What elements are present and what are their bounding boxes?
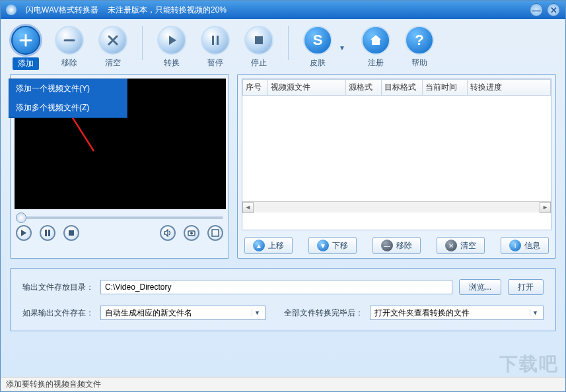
arrow-down-icon: ▼ xyxy=(317,240,329,251)
player-stop-button[interactable] xyxy=(63,225,79,241)
stop-icon xyxy=(252,33,266,48)
clear-button[interactable]: 清空 xyxy=(98,26,127,69)
remove-button[interactable]: 移除 xyxy=(55,26,84,69)
col-source[interactable]: 视频源文件 xyxy=(268,80,346,96)
register-button[interactable]: 注册 xyxy=(361,26,390,69)
main-window: 闪电WAV格式转换器 未注册版本，只能转换视频的20% — ✕ 添加 移除 清空… xyxy=(0,0,566,392)
minus-icon xyxy=(62,33,77,48)
minus-icon: — xyxy=(381,240,393,251)
fullscreen-button[interactable] xyxy=(207,225,223,241)
col-progress[interactable]: 转换进度 xyxy=(468,80,551,96)
col-dstfmt[interactable]: 目标格式 xyxy=(382,80,423,96)
toolbar: 添加 移除 清空 转换 暂停 停止 S 皮肤 ▼ 注 xyxy=(1,19,565,74)
scroll-right-button[interactable]: ► xyxy=(540,202,551,213)
info-button[interactable]: i信息 xyxy=(501,237,549,254)
player-play-button[interactable] xyxy=(16,225,32,241)
after-all-combo[interactable]: 打开文件夹查看转换的文件 ▼ xyxy=(370,306,544,320)
file-list-panel: 序号 视频源文件 源格式 目标格式 当前时间 转换进度 ◄ ► ▲上移 xyxy=(237,74,556,259)
camera-icon xyxy=(188,229,195,237)
output-settings-panel: 输出文件存放目录： 浏览... 打开 如果输出文件存在： 自动生成相应的新文件名… xyxy=(10,268,556,331)
pause-button[interactable]: 暂停 xyxy=(201,26,230,69)
convert-button[interactable]: 转换 xyxy=(157,26,186,69)
add-button[interactable]: 添加 xyxy=(11,26,40,70)
stop-button[interactable]: 停止 xyxy=(244,26,273,69)
separator xyxy=(288,26,289,60)
arrow-up-icon: ▲ xyxy=(253,240,265,251)
pause-icon xyxy=(208,33,223,48)
home-icon xyxy=(369,33,383,48)
chevron-down-icon: ▼ xyxy=(530,310,540,316)
table-body-empty xyxy=(242,96,551,201)
x-icon xyxy=(106,33,120,48)
menu-add-many[interactable]: 添加多个视频文件(Z) xyxy=(9,98,127,117)
app-icon xyxy=(6,5,17,15)
svg-point-5 xyxy=(190,232,193,235)
close-button[interactable]: ✕ xyxy=(547,3,560,16)
col-index[interactable]: 序号 xyxy=(243,80,268,96)
seek-slider[interactable] xyxy=(16,213,223,222)
info-icon: i xyxy=(509,240,521,251)
trial-notice: 未注册版本，只能转换视频的20% xyxy=(108,5,227,16)
chevron-down-icon: ▼ xyxy=(252,310,262,316)
volume-button[interactable] xyxy=(160,225,176,241)
statusbar: 添加要转换的视频音频文件 xyxy=(1,377,565,391)
list-remove-button[interactable]: —移除 xyxy=(372,237,421,254)
open-button[interactable]: 打开 xyxy=(508,279,544,295)
col-time[interactable]: 当前时间 xyxy=(423,80,468,96)
titlebar: 闪电WAV格式转换器 未注册版本，只能转换视频的20% — ✕ xyxy=(1,1,565,19)
table-header-row: 序号 视频源文件 源格式 目标格式 当前时间 转换进度 xyxy=(243,80,551,96)
app-title: 闪电WAV格式转换器 xyxy=(26,5,98,16)
move-down-button[interactable]: ▼下移 xyxy=(308,237,357,254)
question-icon: ? xyxy=(415,32,423,49)
svg-rect-3 xyxy=(69,230,74,236)
menu-add-one[interactable]: 添加一个视频文件(Y) xyxy=(9,79,127,98)
move-up-button[interactable]: ▲上移 xyxy=(244,237,293,254)
after-all-label: 全部文件转换完毕后： xyxy=(284,308,363,319)
speaker-icon xyxy=(164,229,172,237)
separator xyxy=(142,26,143,60)
horizontal-scrollbar[interactable]: ◄ ► xyxy=(242,201,551,212)
list-clear-button[interactable]: ✕清空 xyxy=(437,237,485,254)
file-table[interactable]: 序号 视频源文件 源格式 目标格式 当前时间 转换进度 ◄ ► xyxy=(242,79,551,230)
watermark: 下载吧 xyxy=(499,352,559,377)
slider-thumb[interactable] xyxy=(16,212,26,223)
skin-icon: S xyxy=(313,32,323,49)
add-dropdown-menu: 添加一个视频文件(Y) 添加多个视频文件(Z) xyxy=(9,79,127,118)
status-text: 添加要转换的视频音频文件 xyxy=(6,379,101,390)
minimize-button[interactable]: — xyxy=(530,3,543,16)
svg-rect-0 xyxy=(255,36,263,44)
output-dir-input[interactable] xyxy=(100,280,452,294)
output-dir-label: 输出文件存放目录： xyxy=(22,282,94,293)
if-exists-combo[interactable]: 自动生成相应的新文件名 ▼ xyxy=(100,306,265,320)
skin-dropdown-arrow[interactable]: ▼ xyxy=(337,44,347,51)
expand-icon xyxy=(211,229,219,237)
scroll-left-button[interactable]: ◄ xyxy=(242,202,254,213)
if-exists-label: 如果输出文件存在： xyxy=(22,308,94,319)
svg-rect-6 xyxy=(212,230,219,236)
col-srcfmt[interactable]: 源格式 xyxy=(346,80,382,96)
player-pause-button[interactable] xyxy=(40,225,55,241)
skin-button[interactable]: S 皮肤 xyxy=(303,26,332,69)
plus-icon xyxy=(18,33,33,48)
browse-button[interactable]: 浏览... xyxy=(459,279,501,295)
snapshot-button[interactable] xyxy=(184,225,199,241)
x-icon: ✕ xyxy=(445,240,457,251)
play-icon xyxy=(164,33,179,48)
help-button[interactable]: ? 帮助 xyxy=(405,26,434,69)
